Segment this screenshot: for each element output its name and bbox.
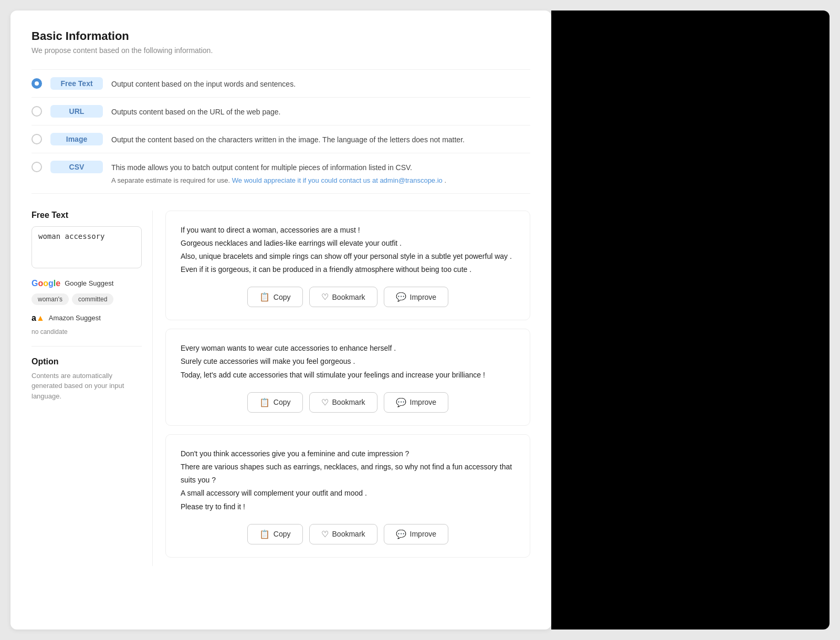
option-label: Option xyxy=(32,357,142,366)
url-badge: URL xyxy=(50,105,103,118)
copy-icon-3: 📋 xyxy=(259,529,270,539)
result-1-copy-button[interactable]: 📋 Copy xyxy=(247,287,303,307)
amazon-suggest-section: a▲ Amazon Suggest no candidate xyxy=(32,313,142,335)
free-text-textarea[interactable]: woman accessory xyxy=(32,226,142,268)
result-2-copy-button[interactable]: 📋 Copy xyxy=(247,392,303,413)
result-card-2: Every woman wants to wear cute accessori… xyxy=(165,329,530,426)
bookmark-icon-2: ♡ xyxy=(321,397,329,407)
csv-description: This mode allows you to batch output con… xyxy=(111,161,446,186)
radio-image-btn[interactable] xyxy=(32,134,42,144)
amazon-no-candidate: no candidate xyxy=(32,328,142,335)
url-description: Outputs content based on the URL of the … xyxy=(111,105,280,118)
radio-free-text-btn[interactable] xyxy=(32,78,42,89)
option-section: Option Contents are automatically genera… xyxy=(32,357,142,402)
result-text-1: If you want to direct a woman, accessori… xyxy=(181,224,515,277)
google-suggest-section: Google Google Suggest woman's committed xyxy=(32,279,142,305)
suggest-tag-womans[interactable]: woman's xyxy=(32,293,69,305)
csv-badge: CSV xyxy=(50,161,103,173)
radio-option-free-text[interactable]: Free Text Output content based on the in… xyxy=(32,69,530,98)
radio-option-image[interactable]: Image Output the content based on the ch… xyxy=(32,125,530,153)
result-3-improve-button[interactable]: 💬 Improve xyxy=(384,524,449,544)
google-suggest-tags: woman's committed xyxy=(32,293,142,305)
result-2-actions: 📋 Copy ♡ Bookmark 💬 Improve xyxy=(181,392,515,413)
improve-icon-1: 💬 xyxy=(396,292,406,302)
section-subtitle: We propose content based on the followin… xyxy=(32,46,530,55)
result-text-3: Don't you think accessories give you a f… xyxy=(181,447,515,513)
left-inputs-panel: Free Text woman accessory Google Google … xyxy=(32,211,152,566)
bookmark-icon-3: ♡ xyxy=(321,529,329,539)
result-1-bookmark-button[interactable]: ♡ Bookmark xyxy=(309,287,377,307)
radio-csv-btn[interactable] xyxy=(32,162,42,172)
result-text-2: Every woman wants to wear cute accessori… xyxy=(181,342,515,382)
result-1-actions: 📋 Copy ♡ Bookmark 💬 Improve xyxy=(181,287,515,307)
free-text-badge: Free Text xyxy=(50,77,103,90)
radio-option-url[interactable]: URL Outputs content based on the URL of … xyxy=(32,98,530,125)
free-text-description: Output content based on the input words … xyxy=(111,77,296,90)
basic-info-section: Basic Information We propose content bas… xyxy=(32,29,530,194)
result-card-1: If you want to direct a woman, accessori… xyxy=(165,211,530,321)
image-description: Output the content based on the characte… xyxy=(111,133,465,145)
google-suggest-label: Google Suggest xyxy=(65,279,113,287)
result-card-3: Don't you think accessories give you a f… xyxy=(165,434,530,558)
result-2-bookmark-button[interactable]: ♡ Bookmark xyxy=(309,392,377,413)
result-3-copy-button[interactable]: 📋 Copy xyxy=(247,524,303,544)
google-logo-icon: Google xyxy=(32,279,60,288)
radio-option-csv[interactable]: CSV This mode allows you to batch output… xyxy=(32,153,530,194)
free-text-label: Free Text xyxy=(32,211,142,220)
improve-icon-3: 💬 xyxy=(396,529,406,539)
improve-icon-2: 💬 xyxy=(396,397,406,407)
amazon-suggest-row: a▲ Amazon Suggest xyxy=(32,313,142,323)
copy-icon-2: 📋 xyxy=(259,397,270,407)
image-badge: Image xyxy=(50,133,103,145)
result-3-bookmark-button[interactable]: ♡ Bookmark xyxy=(309,524,377,544)
csv-contact-link[interactable]: We would appreciate it if you could cont… xyxy=(232,176,443,184)
result-2-improve-button[interactable]: 💬 Improve xyxy=(384,392,449,413)
divider xyxy=(32,346,142,347)
radio-url-btn[interactable] xyxy=(32,106,42,117)
copy-icon-1: 📋 xyxy=(259,292,270,302)
suggest-tag-committed[interactable]: committed xyxy=(72,293,113,305)
radio-options-group: Free Text Output content based on the in… xyxy=(32,69,530,194)
right-black-panel xyxy=(551,11,830,629)
csv-note: A separate estimate is required for use.… xyxy=(111,175,446,186)
amazon-suggest-label: Amazon Suggest xyxy=(49,314,101,322)
result-3-actions: 📋 Copy ♡ Bookmark 💬 Improve xyxy=(181,524,515,544)
option-description: Contents are automatically generated bas… xyxy=(32,371,142,402)
amazon-logo-icon: a▲ xyxy=(32,313,45,323)
bookmark-icon-1: ♡ xyxy=(321,292,329,302)
results-area: If you want to direct a woman, accessori… xyxy=(152,211,530,566)
content-area: Free Text woman accessory Google Google … xyxy=(32,211,530,566)
section-title: Basic Information xyxy=(32,29,530,43)
google-suggest-row: Google Google Suggest xyxy=(32,279,142,288)
result-1-improve-button[interactable]: 💬 Improve xyxy=(384,287,449,307)
